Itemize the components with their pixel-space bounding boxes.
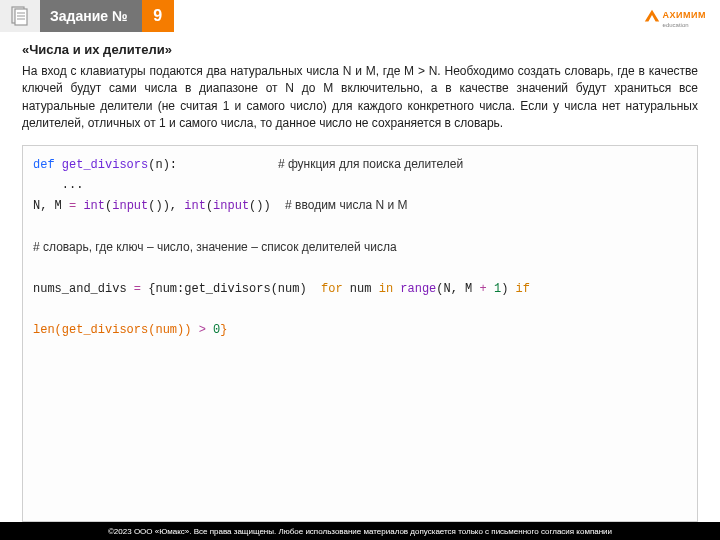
- doc-icon: [0, 0, 40, 32]
- subtitle: «Числа и их делители»: [22, 42, 698, 57]
- svg-rect-1: [15, 9, 27, 25]
- slide: Задание № 9 АХИМИМ education «Числа и их…: [0, 0, 720, 540]
- problem-text: На вход с клавиатуры подаются два натура…: [22, 63, 698, 133]
- header: Задание № 9 АХИМИМ education: [0, 0, 720, 32]
- brand-logo: АХИМИМ education: [643, 4, 706, 28]
- footer: ©2023 ООО «Юмакс». Все права защищены. Л…: [0, 522, 720, 540]
- code: def get_divisors(n): # функция для поиск…: [23, 146, 697, 349]
- code-block: def get_divisors(n): # функция для поиск…: [22, 145, 698, 522]
- logo-icon: [643, 7, 661, 25]
- header-title: Задание №: [40, 0, 142, 32]
- content: «Числа и их делители» На вход с клавиату…: [0, 32, 720, 139]
- logo-sub: education: [663, 22, 706, 28]
- logo-text: АХИМИМ: [663, 10, 706, 20]
- task-number: 9: [142, 0, 174, 32]
- header-spacer: АХИМИМ education: [174, 0, 720, 32]
